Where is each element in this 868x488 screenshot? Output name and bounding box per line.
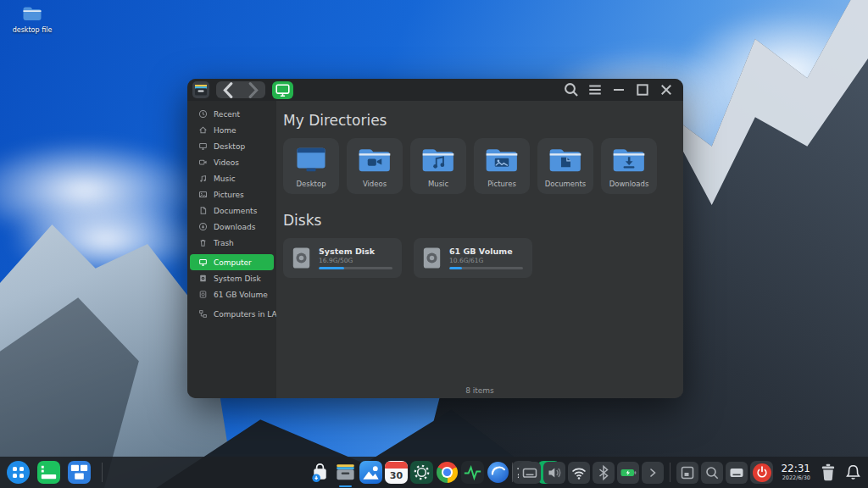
disk-progress-fill <box>449 267 462 270</box>
sidebar-item-label: Music <box>214 175 236 183</box>
wifi-icon[interactable] <box>568 462 590 484</box>
volume-icon[interactable] <box>543 462 565 484</box>
disk-card-system[interactable]: System Disk 16.9G/50G <box>283 238 402 278</box>
tile-downloads[interactable]: Downloads <box>601 138 657 194</box>
clock[interactable]: 22:31 2022/6/30 <box>781 463 810 481</box>
onboard-keyboard-icon[interactable] <box>726 462 748 484</box>
gear-icon <box>410 461 433 484</box>
image-viewer-icon[interactable] <box>359 461 382 484</box>
dock-separator <box>512 463 513 482</box>
dock-left-group <box>7 457 106 488</box>
tile-pictures[interactable]: Pictures <box>474 138 530 194</box>
trash-icon[interactable] <box>816 461 839 484</box>
sidebar-item-recent[interactable]: Recent <box>190 106 274 122</box>
keyboard-icon[interactable] <box>519 462 541 484</box>
tile-desktop[interactable]: Desktop <box>283 138 339 194</box>
sidebar-item-label: Home <box>214 126 236 135</box>
launcher-icon[interactable] <box>7 461 30 484</box>
disk-name: 61 GB Volume <box>449 247 523 256</box>
clock-icon <box>198 109 208 119</box>
sidebar-item-label: Pictures <box>214 191 244 199</box>
sidebar-item-61gb-volume[interactable]: 61 GB Volume <box>190 286 274 302</box>
tile-videos[interactable]: Videos <box>347 138 403 194</box>
screenshot-icon[interactable] <box>676 462 698 484</box>
control-center-icon[interactable] <box>410 461 433 484</box>
sidebar: Recent Home Desktop Videos Music Picture… <box>187 101 276 398</box>
speaker-glyph <box>543 462 565 484</box>
trash-glyph <box>816 461 839 484</box>
sidebar-item-music[interactable]: Music <box>190 170 274 186</box>
drawer-glyph <box>334 461 357 484</box>
bluetooth-icon[interactable] <box>593 462 615 484</box>
power-button[interactable] <box>750 461 773 484</box>
desktop-file-icon[interactable]: desktop file <box>7 5 58 34</box>
drive-icon <box>423 247 441 269</box>
sidebar-item-system-disk[interactable]: System Disk <box>190 270 274 286</box>
maximize-button[interactable] <box>632 81 653 98</box>
computer-view-button[interactable] <box>272 81 293 99</box>
disk-card-volume[interactable]: 61 GB Volume 10.6G/61G <box>414 238 532 278</box>
notification-bell-icon[interactable] <box>842 461 865 484</box>
section-title-directories: My Directories <box>283 112 683 129</box>
file-manager-icon[interactable] <box>334 461 357 484</box>
wifi-glyph <box>568 462 590 484</box>
browser-icon[interactable] <box>487 461 509 484</box>
pictures-icon <box>198 190 208 199</box>
close-button[interactable] <box>656 81 676 98</box>
music-folder-icon <box>420 146 456 174</box>
system-monitor-icon[interactable] <box>461 461 484 484</box>
search-icon[interactable] <box>701 462 723 484</box>
calendar-icon[interactable]: 30 <box>385 461 408 484</box>
forward-button[interactable] <box>241 81 265 98</box>
bag-glyph <box>309 461 331 484</box>
clock-date: 2022/6/30 <box>781 475 810 481</box>
sidebar-item-downloads[interactable]: Downloads <box>190 219 274 235</box>
file-manager-window: Recent Home Desktop Videos Music Picture… <box>187 79 683 398</box>
tile-music[interactable]: Music <box>410 138 466 194</box>
desktop: desktop file <box>0 0 868 488</box>
sidebar-item-pictures[interactable]: Pictures <box>190 186 274 202</box>
disk-usage: 16.9G/50G <box>319 257 392 264</box>
screenshot-glyph <box>676 462 698 484</box>
app-store-icon[interactable] <box>309 461 331 484</box>
titlebar[interactable] <box>187 79 683 101</box>
videos-icon <box>198 158 208 167</box>
sidebar-item-label: Documents <box>214 207 257 215</box>
disk-info: 61 GB Volume 10.6G/61G <box>449 247 523 270</box>
launchpad-icon[interactable] <box>37 461 60 484</box>
sidebar-item-computer[interactable]: Computer <box>190 254 274 270</box>
tray-expand-arrow-icon[interactable] <box>642 462 664 484</box>
minimize-button[interactable] <box>609 81 629 98</box>
tile-label: Pictures <box>487 180 516 188</box>
disk-progress-track <box>319 267 392 270</box>
dock-separator <box>102 463 103 482</box>
back-button[interactable] <box>216 81 241 98</box>
grid-glyph <box>13 467 25 479</box>
tile-documents[interactable]: Documents <box>537 138 593 194</box>
calendar-band <box>385 462 408 469</box>
drive-icon <box>292 247 310 269</box>
sidebar-item-videos[interactable]: Videos <box>190 154 274 170</box>
menu-button[interactable] <box>585 81 605 98</box>
sidebar-item-documents[interactable]: Documents <box>190 202 274 219</box>
videos-folder-icon <box>357 146 392 174</box>
multitasking-view-icon[interactable] <box>68 461 91 484</box>
sidebar-item-trash[interactable]: Trash <box>190 235 274 251</box>
search-button[interactable] <box>561 81 581 98</box>
trash-icon <box>198 238 208 247</box>
chevron-right-icon <box>642 462 664 484</box>
sidebar-item-label: Videos <box>214 158 239 167</box>
chrome-icon[interactable] <box>436 461 459 484</box>
disk-progress-track <box>449 267 523 270</box>
dock: 30 <box>0 457 868 488</box>
sidebar-item-home[interactable]: Home <box>190 122 274 138</box>
maximize-icon <box>632 80 653 100</box>
magnifier-glyph <box>701 462 723 484</box>
disk-progress-fill <box>319 267 344 270</box>
sidebar-item-desktop[interactable]: Desktop <box>190 138 274 154</box>
sidebar-item-label: 61 GB Volume <box>214 291 268 299</box>
sidebar-item-computers-in-lan[interactable]: Computers in LAN <box>190 306 274 322</box>
battery-icon[interactable] <box>617 462 639 484</box>
documents-folder-icon <box>548 146 583 174</box>
chevron-left-icon <box>216 81 241 98</box>
